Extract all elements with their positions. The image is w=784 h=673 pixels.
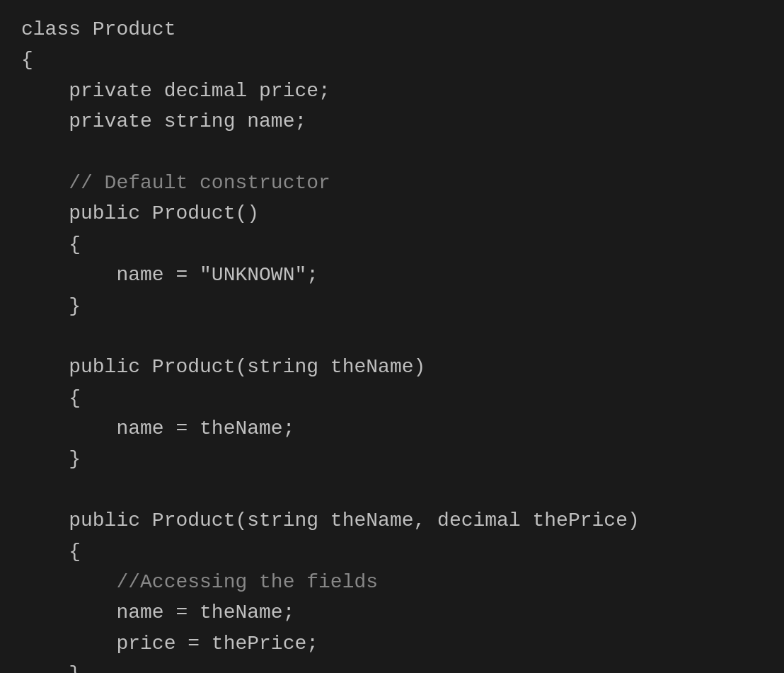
code-line: //Accessing the fields (21, 567, 763, 597)
code-line: } (21, 444, 763, 474)
code-line: name = theName; (21, 597, 763, 628)
code-line: public Product(string theName, decimal t… (21, 505, 763, 536)
code-line: } (21, 291, 763, 321)
code-line (21, 321, 763, 352)
code-line: private decimal price; (21, 76, 763, 106)
code-line: { (21, 536, 763, 567)
code-line: name = "UNKNOWN"; (21, 260, 763, 290)
code-line: // Default constructor (21, 168, 763, 198)
code-line: { (21, 45, 763, 75)
code-line: { (21, 383, 763, 413)
code-line (21, 137, 763, 168)
code-line: public Product(string theName) (21, 352, 763, 382)
code-line: } (21, 659, 763, 673)
code-line (21, 475, 763, 505)
code-line: name = theName; (21, 413, 763, 444)
code-line: public Product() (21, 198, 763, 229)
code-line: price = thePrice; (21, 628, 763, 659)
code-line: private string name; (21, 106, 763, 137)
code-display: class Product{ private decimal price; pr… (21, 14, 763, 673)
code-line: { (21, 229, 763, 260)
code-line: class Product (21, 14, 763, 45)
